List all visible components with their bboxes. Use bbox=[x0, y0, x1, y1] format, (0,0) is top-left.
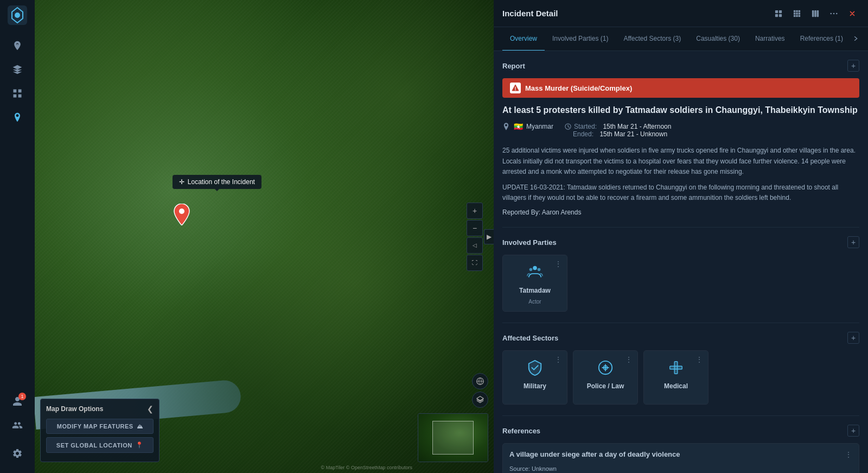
svg-rect-20 bbox=[794, 15, 796, 17]
panel-more-button[interactable] bbox=[827, 7, 841, 21]
map-pin[interactable] bbox=[174, 204, 190, 225]
flag-myanmar: 🇲🇲 bbox=[513, 123, 523, 130]
tab-casualties[interactable]: Casualties (30) bbox=[688, 27, 748, 51]
svg-point-27 bbox=[833, 12, 835, 14]
sector-card-police[interactable]: ⋮ Police / Law bbox=[573, 350, 638, 405]
tab-involved-parties[interactable]: Involved Parties (1) bbox=[545, 27, 616, 51]
report-time: Started: 15th Mar 21 - Afternoon Ended: … bbox=[564, 123, 671, 138]
sidebar-item-location[interactable] bbox=[8, 36, 27, 55]
tab-affected-sectors[interactable]: Affected Sectors (3) bbox=[616, 27, 688, 51]
svg-rect-4 bbox=[14, 90, 17, 93]
involved-parties-section: Involved Parties + ⋮ bbox=[502, 236, 859, 312]
modify-map-features-button[interactable]: MODIFY MAP FEATURES ⛰ bbox=[46, 419, 154, 434]
panel-header-icons bbox=[771, 7, 859, 21]
map-draw-header: Map Draw Options ❮ bbox=[46, 405, 154, 413]
sidebar-item-user[interactable]: 1 bbox=[8, 392, 27, 411]
svg-rect-7 bbox=[18, 94, 22, 98]
map-attribution: © MapTiler © OpenStreetMap contributors bbox=[321, 465, 413, 470]
report-location: 🇲🇲 Myanmar bbox=[502, 123, 553, 130]
military-icon bbox=[525, 357, 545, 378]
map-draw-toggle[interactable]: ❮ bbox=[147, 405, 154, 413]
rotate-button[interactable]: ◁ bbox=[467, 237, 483, 254]
sector-card-military[interactable]: ⋮ Military bbox=[502, 350, 567, 405]
reference-header: A village under siege after a day of dea… bbox=[509, 450, 852, 459]
panel-close-button[interactable] bbox=[845, 7, 859, 21]
started-value: 15th Mar 21 - Afternoon bbox=[603, 123, 671, 130]
svg-point-26 bbox=[830, 12, 832, 14]
map-draw-title: Map Draw Options bbox=[46, 405, 103, 413]
globe-button[interactable] bbox=[472, 373, 488, 389]
affected-sectors-cards: ⋮ Military ⋮ bbox=[502, 350, 859, 405]
user-badge: 1 bbox=[18, 393, 26, 400]
zoom-in-button[interactable]: + bbox=[467, 203, 483, 219]
ended-label: Ended: bbox=[573, 130, 593, 138]
panel-view-grid3-button[interactable] bbox=[790, 7, 804, 21]
svg-point-28 bbox=[836, 12, 838, 14]
party-type: Actor bbox=[528, 299, 541, 305]
map-area[interactable]: ✛ Location of the Incident + − ◁ ⛶ ▶ Map… bbox=[35, 0, 494, 473]
svg-rect-23 bbox=[812, 10, 814, 16]
svg-rect-13 bbox=[779, 14, 782, 16]
svg-point-32 bbox=[538, 268, 541, 272]
sidebar-item-users[interactable] bbox=[8, 415, 27, 435]
location-pin-icon bbox=[502, 123, 510, 130]
map-draw-panel: Map Draw Options ❮ MODIFY MAP FEATURES ⛰… bbox=[40, 399, 159, 462]
svg-rect-10 bbox=[775, 10, 778, 12]
mini-map-content bbox=[418, 414, 488, 462]
fullscreen-button[interactable]: ⛶ bbox=[467, 255, 483, 271]
svg-rect-25 bbox=[817, 10, 819, 16]
app-logo[interactable] bbox=[8, 5, 27, 25]
sidebar-item-map-pin[interactable] bbox=[8, 108, 27, 127]
involved-parties-add-button[interactable]: + bbox=[847, 236, 859, 248]
set-global-location-button[interactable]: SET GLOBAL LOCATION 📍 bbox=[46, 437, 154, 453]
reference-menu[interactable]: ⋮ bbox=[845, 450, 852, 459]
report-type-badge: Mass Murder (Suicide/Complex) bbox=[502, 78, 859, 98]
sidebar-collapse-button[interactable]: ▶ bbox=[484, 229, 494, 244]
tab-narratives[interactable]: Narratives bbox=[748, 27, 793, 51]
sidebar-item-grid[interactable] bbox=[8, 84, 27, 103]
involved-parties-cards: ⋮ Tatmadaw Actor bbox=[502, 255, 859, 312]
svg-point-30 bbox=[533, 266, 537, 270]
sidebar-item-settings[interactable] bbox=[8, 444, 27, 463]
tab-references[interactable]: References (1) bbox=[793, 27, 851, 51]
report-add-button[interactable]: + bbox=[847, 60, 859, 72]
party-card-menu[interactable]: ⋮ bbox=[554, 260, 563, 268]
map-background: ✛ Location of the Incident + − ◁ ⛶ ▶ Map… bbox=[35, 0, 494, 473]
affected-sectors-header: Affected Sectors + bbox=[502, 332, 859, 344]
reference-meta: Source: Unknown Medium: Myanmar NOW Publ… bbox=[509, 464, 852, 473]
tab-overview[interactable]: Overview bbox=[502, 27, 545, 51]
sector-medical-menu[interactable]: ⋮ bbox=[695, 355, 704, 364]
panel-title: Incident Detail bbox=[502, 9, 558, 18]
sector-police-menu[interactable]: ⋮ bbox=[625, 355, 633, 364]
affected-sectors-add-button[interactable]: + bbox=[847, 332, 859, 344]
mini-map-viewport bbox=[432, 421, 474, 455]
mini-map[interactable] bbox=[418, 413, 488, 462]
sidebar-item-layers[interactable] bbox=[8, 60, 27, 79]
party-card-tatmadaw[interactable]: ⋮ Tatmadaw Actor bbox=[502, 255, 567, 312]
police-icon bbox=[595, 357, 616, 378]
panel-view-columns-button[interactable] bbox=[808, 7, 822, 21]
panel-header: Incident Detail bbox=[494, 0, 868, 27]
divider-1 bbox=[502, 227, 859, 228]
panel-view-grid2-button[interactable] bbox=[771, 7, 786, 21]
sector-card-medical[interactable]: ⋮ Medical bbox=[643, 350, 709, 405]
divider-2 bbox=[502, 323, 859, 323]
zoom-out-button[interactable]: − bbox=[467, 220, 483, 236]
svg-rect-12 bbox=[775, 14, 778, 16]
svg-rect-15 bbox=[796, 10, 798, 12]
started-label: Started: bbox=[574, 123, 597, 130]
layers-button[interactable] bbox=[472, 392, 488, 408]
tab-more-button[interactable] bbox=[851, 35, 861, 43]
sector-military-name: Military bbox=[524, 382, 546, 390]
report-section: Report + Mass Murder (Suicide/Complex) A… bbox=[502, 60, 859, 216]
modify-icon: ⛰ bbox=[137, 423, 143, 430]
references-add-button[interactable]: + bbox=[847, 425, 859, 437]
location-text: Myanmar bbox=[526, 123, 553, 130]
svg-point-2 bbox=[15, 12, 20, 18]
reference-title: A village under siege after a day of dea… bbox=[509, 450, 840, 459]
involved-parties-title: Involved Parties bbox=[502, 238, 557, 247]
report-reported-by: Reported By: Aaron Arends bbox=[502, 209, 859, 216]
affected-sectors-title: Affected Sectors bbox=[502, 334, 558, 342]
svg-rect-24 bbox=[814, 10, 816, 16]
sector-military-menu[interactable]: ⋮ bbox=[554, 355, 563, 364]
